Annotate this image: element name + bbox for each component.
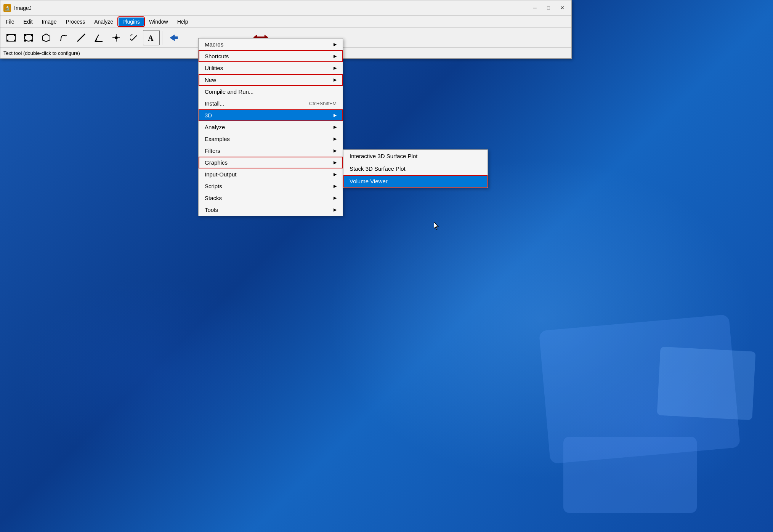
3d-interactive-surface[interactable]: Interactive 3D Surface Plot [343, 150, 488, 162]
arrow-tool[interactable] [165, 30, 181, 45]
title-bar-left: 🔬 ImageJ [3, 4, 32, 12]
app-title: ImageJ [14, 5, 32, 11]
menu-plugins[interactable]: Plugins [119, 18, 144, 26]
install-label: Install... [205, 100, 225, 107]
interactive-3d-label: Interactive 3D Surface Plot [350, 153, 417, 159]
plugins-new[interactable]: New ▶ [199, 74, 343, 86]
3d-volume-viewer[interactable]: Volume Viewer [343, 175, 488, 187]
3d-stack-surface[interactable]: Stack 3D Surface Plot [343, 162, 488, 175]
menu-file[interactable]: File [2, 18, 18, 26]
graphics-label: Graphics [205, 159, 228, 166]
shortcuts-arrow: ▶ [334, 54, 337, 59]
status-text: Text tool (double-click to configure) [3, 50, 80, 56]
plugins-3d[interactable]: 3D ▶ [199, 109, 343, 121]
stack-3d-label: Stack 3D Surface Plot [350, 165, 406, 172]
analyze-arrow: ▶ [334, 125, 337, 130]
svg-rect-2 [6, 40, 8, 42]
examples-label: Examples [205, 136, 230, 142]
examples-arrow: ▶ [334, 136, 337, 141]
svg-rect-9 [31, 40, 33, 42]
svg-line-17 [132, 35, 137, 41]
svg-rect-1 [6, 34, 8, 36]
scripts-arrow: ▶ [334, 184, 337, 189]
menu-help[interactable]: Help [173, 18, 192, 26]
text-tool[interactable]: A [143, 30, 160, 45]
plugins-compile[interactable]: Compile and Run... [199, 86, 343, 98]
filters-label: Filters [205, 147, 220, 154]
menu-process[interactable]: Process [62, 18, 89, 26]
plugins-graphics[interactable]: Graphics ▶ [199, 157, 343, 168]
plugins-scripts[interactable]: Scripts ▶ [199, 180, 343, 192]
3d-arrow: ▶ [334, 113, 337, 118]
svg-point-16 [115, 37, 117, 39]
plugins-stacks[interactable]: Stacks ▶ [199, 192, 343, 204]
utilities-arrow: ▶ [334, 66, 337, 71]
compile-label: Compile and Run... [205, 88, 253, 95]
svg-text:A: A [148, 34, 154, 42]
volume-viewer-label: Volume Viewer [350, 178, 388, 184]
graphics-arrow: ▶ [334, 160, 337, 165]
plugins-filters[interactable]: Filters ▶ [199, 145, 343, 157]
svg-rect-6 [24, 34, 26, 36]
stacks-label: Stacks [205, 195, 222, 201]
line-tool[interactable] [73, 30, 90, 45]
svg-marker-19 [170, 35, 178, 41]
3d-label: 3D [205, 112, 212, 119]
plugins-shortcuts[interactable]: Shortcuts ▶ [199, 50, 343, 62]
title-bar: 🔬 ImageJ ─ □ ✕ [0, 0, 571, 16]
menu-edit[interactable]: Edit [20, 18, 37, 26]
svg-marker-10 [42, 34, 50, 42]
utilities-label: Utilities [205, 65, 223, 71]
input-output-label: Input-Output [205, 171, 236, 178]
plugins-dropdown: Macros ▶ Shortcuts ▶ Utilities ▶ New ▶ C… [198, 38, 343, 216]
submenu-3d: Interactive 3D Surface Plot Stack 3D Sur… [343, 149, 488, 188]
menu-image[interactable]: Image [38, 18, 61, 26]
svg-rect-8 [24, 40, 26, 42]
plugins-examples[interactable]: Examples ▶ [199, 133, 343, 145]
svg-rect-4 [14, 40, 16, 42]
filters-arrow: ▶ [334, 148, 337, 153]
maximize-button[interactable]: □ [542, 3, 555, 13]
plugins-install[interactable]: Install... Ctrl+Shift+M [199, 98, 343, 109]
plugins-analyze[interactable]: Analyze ▶ [199, 121, 343, 133]
plugins-tools[interactable]: Tools ▶ [199, 204, 343, 216]
toolbar-divider-1 [162, 31, 162, 45]
plugins-macros[interactable]: Macros ▶ [199, 38, 343, 50]
install-shortcut: Ctrl+Shift+M [309, 101, 337, 106]
svg-rect-3 [14, 34, 16, 36]
oval-tool[interactable] [20, 30, 37, 45]
stacks-arrow: ▶ [334, 195, 337, 200]
new-label: New [205, 77, 216, 83]
plugins-input-output[interactable]: Input-Output ▶ [199, 168, 343, 180]
minimize-button[interactable]: ─ [529, 3, 541, 13]
menu-bar: File Edit Image Process Analyze Plugins … [0, 16, 571, 28]
freehand-tool[interactable] [55, 30, 72, 45]
tool-empty-1[interactable] [182, 30, 199, 45]
input-output-arrow: ▶ [334, 172, 337, 177]
svg-rect-7 [31, 34, 33, 36]
wand-tool[interactable] [125, 30, 142, 45]
rectangle-tool[interactable] [3, 30, 19, 45]
point-tool[interactable] [108, 30, 125, 45]
new-arrow: ▶ [334, 77, 337, 82]
macros-arrow: ▶ [334, 42, 337, 47]
angle-tool[interactable] [90, 30, 107, 45]
analyze-label: Analyze [205, 124, 225, 130]
close-button[interactable]: ✕ [556, 3, 568, 13]
tools-arrow: ▶ [334, 207, 337, 212]
plugins-utilities[interactable]: Utilities ▶ [199, 62, 343, 74]
menu-analyze[interactable]: Analyze [90, 18, 117, 26]
scripts-label: Scripts [205, 183, 222, 189]
desktop-decoration-3 [657, 347, 755, 420]
menu-window[interactable]: Window [145, 18, 172, 26]
polygon-tool[interactable] [38, 30, 55, 45]
window-controls: ─ □ ✕ [529, 3, 568, 13]
app-icon: 🔬 [3, 4, 11, 12]
tools-label: Tools [205, 207, 218, 213]
shortcuts-label: Shortcuts [205, 53, 229, 59]
desktop-decoration-2 [563, 437, 697, 513]
svg-line-11 [77, 34, 85, 42]
macros-label: Macros [205, 41, 223, 48]
